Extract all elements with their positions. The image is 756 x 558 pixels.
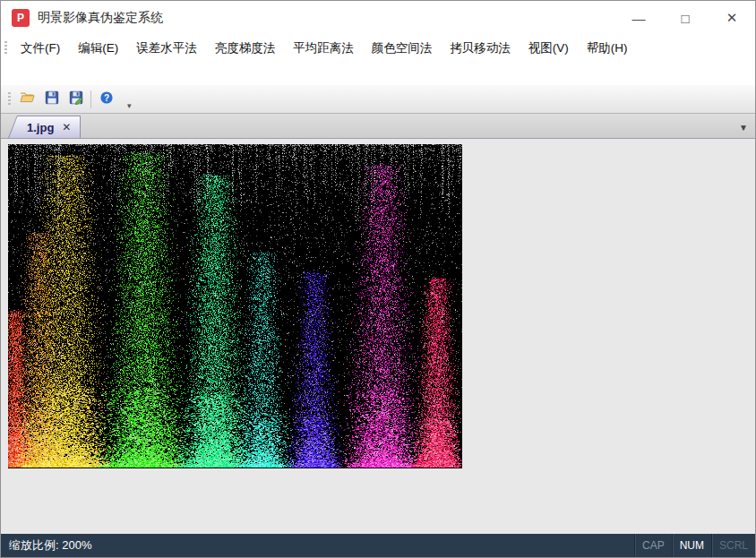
tab-1jpg-inner: 1.jpg ✕: [9, 116, 80, 138]
menu-avg-distance[interactable]: 平均距离法: [284, 35, 363, 62]
minimize-button[interactable]: —: [615, 1, 662, 35]
window-title: 明景影像真伪鉴定系统: [38, 10, 163, 26]
tab-1jpg[interactable]: 1.jpg ✕: [8, 116, 81, 138]
scroll-lock-indicator: SCRL: [711, 534, 755, 557]
close-button[interactable]: ✕: [709, 1, 755, 35]
num-lock-indicator: NUM: [672, 534, 711, 557]
document-area: [1, 139, 755, 534]
tab-bar: 1.jpg ✕ ▼: [1, 114, 755, 139]
menu-view[interactable]: 视图(V): [520, 35, 578, 62]
toolbar-overflow-chevron-icon[interactable]: ▾: [124, 101, 135, 113]
app-icon: P: [12, 9, 30, 27]
help-icon: ?: [99, 90, 114, 108]
tab-label: 1.jpg: [27, 121, 54, 134]
save-copy-button[interactable]: [64, 88, 88, 110]
menu-help[interactable]: 帮助(H): [578, 35, 637, 62]
rebar-spacer: [1, 62, 755, 85]
keyboard-indicators: CAP NUM SCRL: [634, 534, 755, 557]
save-as-icon: [69, 90, 83, 108]
menu-copy-move[interactable]: 拷贝移动法: [441, 35, 520, 62]
app-window: P 明景影像真伪鉴定系统 — □ ✕ 文件(F) 编辑(E) 误差水平法 亮度梯…: [0, 0, 756, 558]
toolbar-grip-handle[interactable]: [8, 92, 11, 107]
tab-list-dropdown-icon[interactable]: ▼: [739, 123, 748, 133]
menubar: 文件(F) 编辑(E) 误差水平法 亮度梯度法 平均距离法 颜色空间法 拷贝移动…: [1, 35, 755, 62]
toolbar: ? ▾: [1, 85, 755, 114]
statusbar: 缩放比例: 200% CAP NUM SCRL: [1, 534, 755, 557]
menu-file[interactable]: 文件(F): [12, 35, 69, 62]
svg-text:?: ?: [103, 92, 108, 102]
menu-color-space[interactable]: 颜色空间法: [363, 35, 442, 62]
save-button[interactable]: [39, 88, 64, 110]
save-icon: [45, 90, 59, 108]
menu-edit[interactable]: 编辑(E): [69, 35, 127, 62]
caps-lock-indicator: CAP: [634, 534, 672, 557]
help-button[interactable]: ?: [94, 88, 118, 110]
menubar-grip-handle[interactable]: [4, 41, 7, 56]
titlebar: P 明景影像真伪鉴定系统 — □ ✕: [1, 1, 755, 35]
folder-open-icon: [20, 90, 35, 108]
menu-luminance-grad[interactable]: 亮度梯度法: [206, 35, 285, 62]
tab-close-icon[interactable]: ✕: [62, 121, 71, 133]
window-controls: — □ ✕: [615, 1, 755, 35]
toolbar-separator: [90, 90, 91, 108]
menu-error-level[interactable]: 误差水平法: [127, 35, 206, 62]
app-icon-letter: P: [17, 12, 24, 24]
open-file-button[interactable]: [15, 88, 39, 110]
analysis-image-canvas[interactable]: [8, 144, 462, 468]
maximize-button[interactable]: □: [662, 1, 709, 35]
zoom-status-text: 缩放比例: 200%: [9, 537, 91, 554]
